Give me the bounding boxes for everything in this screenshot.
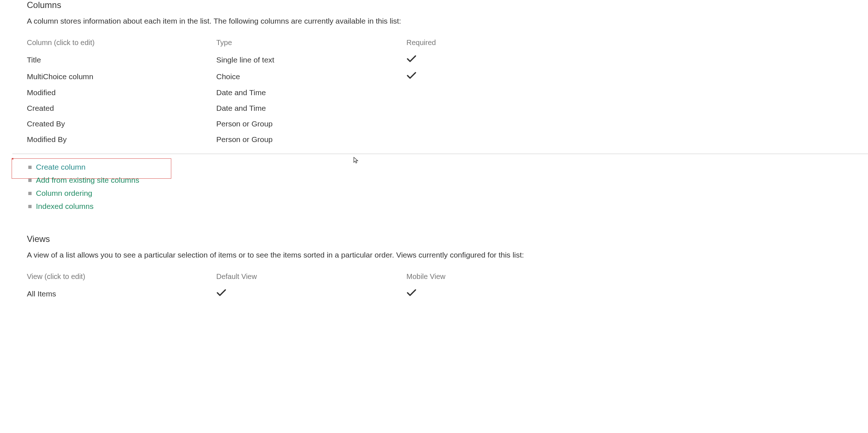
column-type-cell: Date and Time — [216, 101, 406, 117]
column-name-link[interactable]: MultiChoice column — [27, 72, 93, 81]
action-link[interactable]: Column ordering — [36, 189, 92, 198]
column-type-cell: Choice — [216, 69, 406, 85]
columns-header-required: Required — [406, 36, 868, 52]
action-item: Add from existing site columns — [27, 174, 868, 187]
views-section-description: A view of a list allows you to see a par… — [27, 251, 868, 259]
columns-header-name: Column (click to edit) — [27, 36, 216, 52]
column-required-cell — [406, 85, 868, 101]
table-row: All Items — [27, 286, 868, 303]
views-table: View (click to edit) Default View Mobile… — [27, 270, 868, 303]
view-name-link[interactable]: All Items — [27, 290, 56, 298]
columns-table: Column (click to edit) Type Required Tit… — [27, 36, 868, 148]
views-section-title: Views — [27, 234, 868, 244]
column-name-link[interactable]: Title — [27, 56, 41, 64]
action-link[interactable]: Create column — [36, 163, 86, 171]
columns-actions-list: Create columnAdd from existing site colu… — [27, 161, 868, 213]
views-header-name: View (click to edit) — [27, 270, 216, 286]
checkmark-icon — [406, 56, 417, 64]
action-item: Indexed columns — [27, 200, 868, 213]
views-header-mobile: Mobile View — [406, 270, 868, 286]
checkmark-icon — [216, 290, 226, 298]
action-item: Create column — [27, 161, 868, 174]
column-required-cell — [406, 52, 868, 69]
bullet-icon — [28, 192, 32, 195]
column-name-link[interactable]: Created — [27, 104, 54, 112]
action-link[interactable]: Indexed columns — [36, 202, 94, 211]
column-required-cell — [406, 101, 868, 117]
action-link[interactable]: Add from existing site columns — [36, 176, 139, 185]
section-divider — [12, 154, 868, 154]
table-row: CreatedDate and Time — [27, 101, 868, 117]
columns-section-title: Columns — [27, 0, 868, 10]
table-row: TitleSingle line of text — [27, 52, 868, 69]
bullet-icon — [28, 166, 32, 169]
column-type-cell: Person or Group — [216, 117, 406, 132]
column-type-cell: Single line of text — [216, 52, 406, 69]
action-item: Column ordering — [27, 187, 868, 200]
column-name-link[interactable]: Modified — [27, 88, 56, 97]
bullet-icon — [28, 205, 32, 208]
columns-header-type: Type — [216, 36, 406, 52]
table-row: Modified ByPerson or Group — [27, 132, 868, 148]
column-type-cell: Person or Group — [216, 132, 406, 148]
views-header-default: Default View — [216, 270, 406, 286]
column-type-cell: Date and Time — [216, 85, 406, 101]
column-required-cell — [406, 117, 868, 132]
column-name-link[interactable]: Modified By — [27, 135, 67, 143]
table-row: Created ByPerson or Group — [27, 117, 868, 132]
column-name-link[interactable]: Created By — [27, 120, 65, 128]
view-mobile-cell — [406, 286, 868, 303]
table-row: MultiChoice columnChoice — [27, 69, 868, 85]
column-required-cell — [406, 69, 868, 85]
table-row: ModifiedDate and Time — [27, 85, 868, 101]
checkmark-icon — [406, 73, 417, 81]
bullet-icon — [28, 179, 32, 182]
columns-section-description: A column stores information about each i… — [27, 17, 868, 25]
column-required-cell — [406, 132, 868, 148]
checkmark-icon — [406, 290, 417, 298]
view-default-cell — [216, 286, 406, 303]
